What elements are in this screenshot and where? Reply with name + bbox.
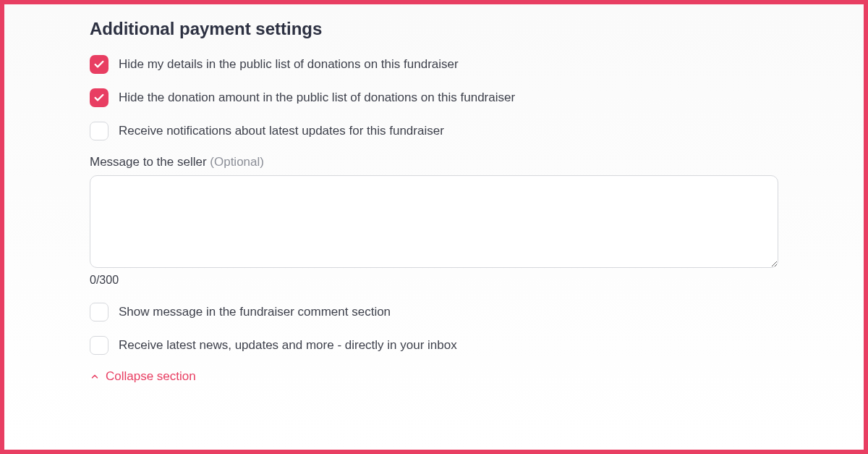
collapse-section-link[interactable]: Collapse section [90,369,778,384]
message-textarea[interactable] [90,175,778,268]
checkbox-label-notifications: Receive notifications about latest updat… [119,124,444,138]
checkbox-receive-news[interactable] [90,336,109,355]
checkbox-label-hide-details: Hide my details in the public list of do… [119,57,459,72]
chevron-up-icon [90,371,100,382]
checkbox-row-show-message: Show message in the fundraiser comment s… [90,303,778,321]
check-icon [93,92,105,104]
checkbox-row-notifications: Receive notifications about latest updat… [90,122,778,140]
checkbox-row-hide-details: Hide my details in the public list of do… [90,55,778,74]
checkbox-row-receive-news: Receive latest news, updates and more - … [90,336,778,355]
checkbox-label-show-message: Show message in the fundraiser comment s… [119,305,391,319]
checkbox-show-message[interactable] [90,303,109,321]
checkbox-hide-amount[interactable] [90,88,109,107]
checkbox-label-receive-news: Receive latest news, updates and more - … [119,338,457,353]
section-title: Additional payment settings [90,19,778,39]
message-field-label: Message to the seller (Optional) [90,155,778,169]
collapse-label: Collapse section [106,369,196,384]
settings-panel: Additional payment settings Hide my deta… [0,0,868,454]
message-optional-text: (Optional) [210,155,264,169]
checkbox-row-hide-amount: Hide the donation amount in the public l… [90,88,778,107]
char-count: 0/300 [90,274,778,287]
checkbox-hide-details[interactable] [90,55,109,74]
checkbox-label-hide-amount: Hide the donation amount in the public l… [119,91,515,105]
message-label-text: Message to the seller [90,155,210,169]
checkbox-notifications[interactable] [90,122,109,140]
check-icon [93,59,105,70]
